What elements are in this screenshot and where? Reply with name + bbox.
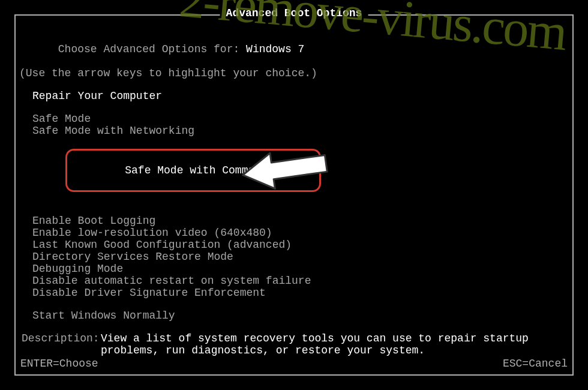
option-disable-auto-restart[interactable]: Disable automatic restart on system fail… (19, 275, 569, 287)
option-safe-mode-networking[interactable]: Safe Mode with Networking (19, 125, 569, 137)
choose-line: Choose Advanced Options for: Windows 7 (19, 31, 569, 67)
description-text: View a list of system recovery tools you… (101, 332, 569, 356)
footer-enter: ENTER=Choose (20, 358, 98, 372)
option-boot-logging[interactable]: Enable Boot Logging (19, 215, 569, 227)
hint-line: (Use the arrow keys to highlight your ch… (19, 67, 569, 79)
description-label: Description: (19, 332, 101, 356)
footer-bar: ENTER=Choose ESC=Cancel (16, 358, 572, 372)
footer-esc: ESC=Cancel (503, 358, 568, 372)
option-disable-driver-sig[interactable]: Disable Driver Signature Enforcement (19, 287, 569, 299)
option-ds-restore[interactable]: Directory Services Restore Mode (19, 251, 569, 263)
option-repair[interactable]: Repair Your Computer (19, 90, 569, 102)
description-row: Description: View a list of system recov… (19, 332, 569, 356)
page-title: Advanced Boot Options (220, 7, 368, 19)
option-last-known-good[interactable]: Last Known Good Configuration (advanced) (19, 239, 569, 251)
choose-prefix: Choose Advanced Options for: (58, 43, 246, 55)
option-safe-mode[interactable]: Safe Mode (19, 113, 569, 125)
window-frame: Advanced Boot Options Choose Advanced Op… (14, 14, 574, 376)
arrow-left-icon (230, 145, 338, 193)
os-name: Windows 7 (246, 43, 304, 55)
option-debugging[interactable]: Debugging Mode (19, 263, 569, 275)
option-start-normally[interactable]: Start Windows Normally (19, 310, 569, 322)
option-low-res[interactable]: Enable low-resolution video (640x480) (19, 227, 569, 239)
